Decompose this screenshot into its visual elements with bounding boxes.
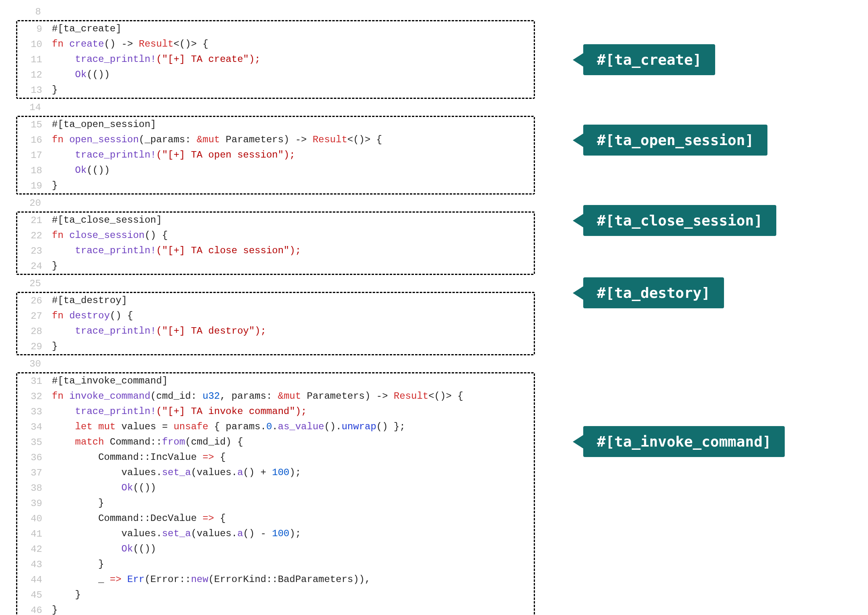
code-column: 8 9 #[ta_create] 10 fn create() -> Resul… — [16, 4, 535, 615]
code-block-ta-invoke-command: 31 #[ta_invoke_command] 32 fn invoke_com… — [16, 372, 535, 615]
code-line: 8 — [16, 4, 535, 19]
code-block-ta-open-session: 15 #[ta_open_session] 16 fn open_session… — [16, 116, 535, 195]
code-block-ta-create: 9 #[ta_create] 10 fn create() -> Result<… — [16, 20, 535, 99]
labels-column: #[ta_create] #[ta_open_session] #[ta_clo… — [583, 4, 852, 615]
line-number: 8 — [16, 6, 47, 17]
chip-ta-invoke-command: #[ta_invoke_command] — [583, 426, 785, 457]
chip-ta-destory: #[ta_destory] — [583, 277, 724, 308]
code-block-ta-close-session: 21 #[ta_close_session] 22 fn close_sessi… — [16, 211, 535, 275]
code-block-ta-destroy: 26 #[ta_destroy] 27 fn destroy() { 28 tr… — [16, 292, 535, 355]
chip-ta-open-session: #[ta_open_session] — [583, 125, 767, 156]
chip-ta-close-session: #[ta_close_session] — [583, 205, 776, 236]
chip-ta-create: #[ta_create] — [583, 44, 715, 75]
